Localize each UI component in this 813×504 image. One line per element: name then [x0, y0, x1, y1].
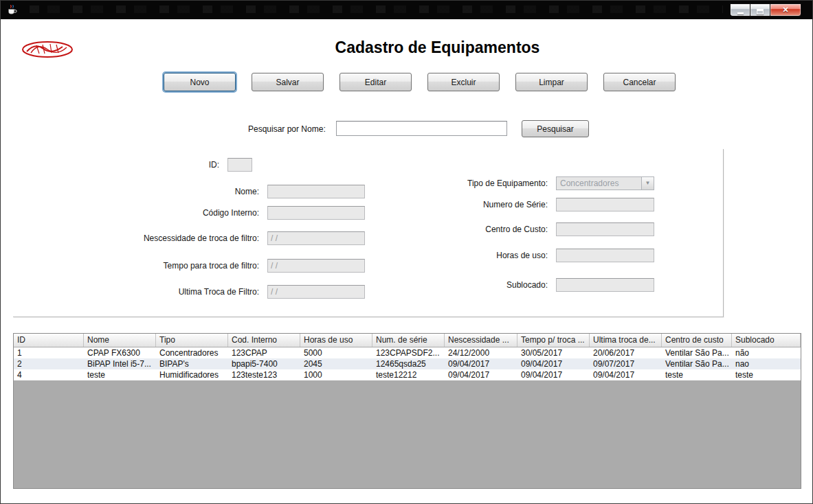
table-row[interactable]: 2BiPAP Intel i5-7...BIPAP'sbpapi5-740020… [14, 358, 801, 369]
tempo-para-troca-de-filtro-row: Tempo para troca de filtro: [13, 259, 365, 273]
table-cell: não [732, 347, 801, 358]
horas-de-uso-row: Horas de uso: [392, 249, 654, 262]
table-cell: Ventilar São Pa... [662, 347, 732, 358]
nome-field[interactable] [267, 185, 365, 198]
numero-de-serie-field[interactable] [556, 198, 654, 211]
combobox-selected-value: Concentradores [557, 179, 641, 188]
codigo-interno-row: Código Interno: [13, 206, 365, 220]
table-cell: bpapi5-7400 [228, 358, 300, 369]
minimize-button[interactable] [730, 3, 750, 16]
close-icon: ✕ [782, 5, 788, 14]
table-row[interactable]: 4testeHumidificadores123teste1231000test… [14, 369, 801, 380]
table-cell: 09/04/2017 [445, 358, 517, 369]
column-header-sublocado[interactable]: Sublocado [732, 334, 801, 347]
sublocado-field[interactable] [556, 278, 654, 292]
cancelar-button[interactable]: Cancelar [603, 73, 676, 91]
centro-de-custo-label: Centro de Custo: [392, 225, 556, 234]
equipment-table: IDNomeTipoCod. InternoHoras de usoNum. d… [13, 333, 801, 489]
table-cell: 4 [14, 369, 84, 380]
table-cell: 09/04/2017 [590, 369, 662, 380]
centro-de-custo-field[interactable] [556, 222, 654, 236]
table-cell: Ventilar São Pa... [662, 358, 732, 369]
table-body: 1CPAP FX6300Concentradores123CPAP5000123… [14, 347, 801, 380]
table-cell: Concentradores [156, 347, 228, 358]
ultima-troca-de-filtro-label: Ultima Troca de Filtro: [13, 287, 267, 297]
table-cell: nao [732, 358, 801, 369]
tipo-de-equipamento-combobox[interactable]: Concentradores▼ [556, 176, 654, 190]
table-cell: 09/07/2017 [590, 358, 662, 369]
column-header-horas-de-uso[interactable]: Horas de uso [300, 334, 372, 347]
table-cell: 123teste123 [228, 369, 300, 380]
table-cell: teste12212 [372, 369, 445, 380]
numero-de-serie-label: Numero de Série: [392, 200, 556, 209]
table-cell: BiPAP Intel i5-7... [84, 358, 156, 369]
table-row[interactable]: 1CPAP FX6300Concentradores123CPAP5000123… [14, 347, 801, 358]
table-cell: 123CPAPSDF2... [372, 347, 445, 358]
id-label: ID: [13, 160, 227, 170]
sublocado-row: Sublocado: [392, 278, 654, 292]
table-cell: 09/04/2017 [517, 369, 590, 380]
table-cell: 30/05/2017 [517, 347, 590, 358]
column-header-centro-de-custo[interactable]: Centro de custo [662, 334, 732, 347]
table-cell: teste [84, 369, 156, 380]
maximize-icon [757, 9, 764, 14]
table-header: IDNomeTipoCod. InternoHoras de usoNum. d… [14, 334, 801, 347]
column-header-tipo[interactable]: Tipo [156, 334, 228, 347]
table-cell: BIPAP's [156, 358, 228, 369]
table-cell: 1 [14, 347, 84, 358]
column-header-tempo-p-troca[interactable]: Tempo p/ troca ... [517, 334, 590, 347]
tempo-para-troca-de-filtro-label: Tempo para troca de filtro: [13, 261, 267, 271]
maximize-button[interactable] [750, 3, 770, 16]
table-cell: 09/04/2017 [517, 358, 590, 369]
chevron-down-icon[interactable]: ▼ [641, 177, 654, 190]
editar-button[interactable]: Editar [339, 73, 412, 91]
table-cell: Humidificadores [156, 369, 228, 380]
novo-button[interactable]: Novo [164, 73, 236, 91]
search-input[interactable] [336, 121, 507, 136]
column-header-num-de-serie[interactable]: Num. de série [372, 334, 445, 347]
table-cell: 123CPAP [228, 347, 300, 358]
codigo-interno-label: Código Interno: [13, 208, 267, 218]
nome-row: Nome: [13, 185, 365, 198]
column-header-nescessidade[interactable]: Nescessidade ... [445, 334, 517, 347]
java-icon [6, 4, 18, 16]
table-cell: 09/04/2017 [445, 369, 517, 380]
id-field[interactable] [227, 158, 252, 172]
table-cell: 24/12/2000 [445, 347, 517, 358]
table-cell: 2045 [300, 358, 372, 369]
salvar-button[interactable]: Salvar [252, 73, 324, 91]
page-title: Cadastro de Equipamentos [63, 38, 812, 57]
centro-de-custo-row: Centro de Custo: [392, 222, 654, 236]
table-cell: 20/06/2017 [590, 347, 662, 358]
excluir-button[interactable]: Excluir [427, 73, 500, 91]
table-cell: 2 [14, 358, 84, 369]
table-cell: teste [732, 369, 801, 380]
column-header-cod-interno[interactable]: Cod. Interno [228, 334, 300, 347]
toolbar: NovoSalvarEditarExcluirLimparCancelar [164, 73, 676, 91]
column-header-nome[interactable]: Nome [84, 334, 156, 347]
table-cell: 12465qsda25 [372, 358, 445, 369]
redacted-title-text [30, 5, 723, 13]
numero-de-serie-row: Numero de Série: [392, 198, 654, 211]
tempo-para-troca-de-filtro-field[interactable] [267, 259, 365, 273]
nescessidade-de-troca-de-filtro-field[interactable] [267, 231, 365, 245]
tipo-de-equipamento-row: Tipo de Equipamento:Concentradores▼ [392, 176, 654, 190]
limpar-button[interactable]: Limpar [515, 73, 588, 91]
column-header-ultima-troca-de[interactable]: Ultima troca de... [590, 334, 662, 347]
search-label: Pesquisar por Nome: [248, 124, 326, 134]
tipo-de-equipamento-label: Tipo de Equipamento: [392, 179, 556, 188]
horas-de-uso-label: Horas de uso: [392, 251, 556, 260]
table-cell: 5000 [300, 347, 372, 358]
column-header-id[interactable]: ID [14, 334, 84, 347]
search-button[interactable]: Pesquisar [522, 120, 589, 137]
horas-de-uso-field[interactable] [556, 249, 654, 262]
table-cell: 1000 [300, 369, 372, 380]
ultima-troca-de-filtro-field[interactable] [267, 285, 365, 299]
table-cell: CPAP FX6300 [84, 347, 156, 358]
app-window: ✕ Cadastro de Equipamentos NovoSalvarEdi… [0, 0, 813, 504]
close-button[interactable]: ✕ [770, 3, 801, 16]
title-bar: ✕ [1, 1, 812, 19]
codigo-interno-field[interactable] [267, 206, 365, 220]
window-controls: ✕ [730, 3, 801, 16]
ultima-troca-de-filtro-row: Ultima Troca de Filtro: [13, 285, 365, 299]
